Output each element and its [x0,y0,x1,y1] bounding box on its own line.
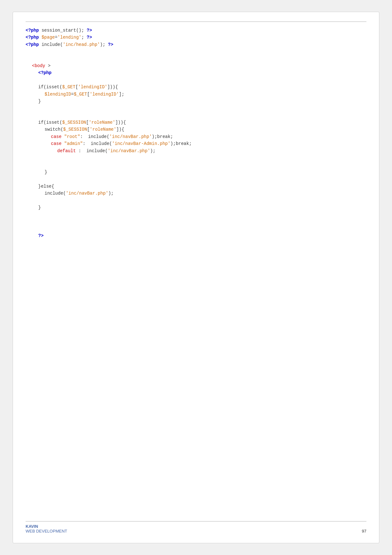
code-line-3: <?php include('inc/head.php'); ?> [26,41,366,48]
code-line-30: ?> [26,232,366,239]
code-line-11: } [26,98,366,105]
code-line-23: }else{ [26,183,366,190]
code-line-5 [26,55,366,62]
code-line-29 [26,225,366,232]
code-line-17: case "admin": include('inc/navBar-Admin.… [26,140,366,147]
code-line-21: } [26,169,366,176]
page-container: <?php session_start(); ?> <?php $page='l… [13,12,379,543]
code-line-2: <?php $page='lending'; ?> [26,34,366,41]
code-line-12 [26,105,366,112]
code-line-9: if(isset($_GET['lendingID'])){ [26,84,366,90]
php-open-tag: <?php [26,28,39,33]
code-line-7: <?php [26,69,366,76]
footer-subtitle: WEB DEVELOPMENT [26,529,67,533]
code-line-15: switch($_SESSION['roleName']){ [26,126,366,133]
code-line-10: $lendingID=$_GET['lendingID']; [26,91,366,98]
code-line-16: case "root": include('inc/navBar.php');b… [26,133,366,140]
code-line-6: <body > [26,62,366,69]
code-line-4 [26,48,366,55]
code-line-19 [26,154,366,161]
code-line-1: <?php session_start(); ?> [26,27,366,34]
code-block: <?php session_start(); ?> <?php $page='l… [26,27,366,515]
footer-page-number: 97 [362,529,366,533]
footer-name: KAVIN [26,524,67,529]
code-line-28 [26,218,366,225]
code-line-8 [26,77,366,84]
code-line-27 [26,211,366,218]
code-line-22 [26,176,366,183]
code-line-25 [26,197,366,204]
code-line-14: if(isset($_SESSION['roleName'])){ [26,119,366,126]
code-line-18: default : include('inc/navBar.php'); [26,147,366,154]
top-divider [26,22,366,22]
code-line-24: include('inc/navBar.php'); [26,190,366,197]
page-footer: KAVIN WEB DEVELOPMENT 97 [26,521,366,533]
code-line-13 [26,112,366,119]
code-line-26: } [26,204,366,211]
code-line-20 [26,161,366,168]
footer-left: KAVIN WEB DEVELOPMENT [26,524,67,533]
